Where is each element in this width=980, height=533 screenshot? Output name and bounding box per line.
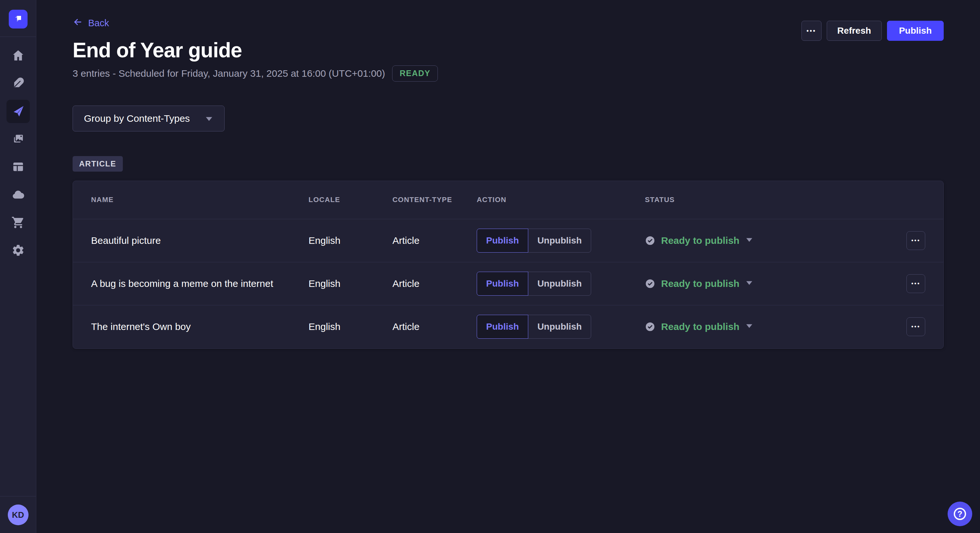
paper-plane-icon [11, 104, 25, 119]
row-more-button[interactable]: ••• [907, 231, 925, 250]
question-mark: ? [957, 509, 962, 519]
entry-status-dropdown[interactable]: Ready to publish [645, 235, 879, 246]
back-label: Back [88, 18, 109, 29]
sidebar-item-marketplace[interactable] [6, 211, 30, 235]
status-label: Ready to publish [661, 278, 740, 289]
chevron-down-icon [745, 324, 753, 330]
refresh-button[interactable]: Refresh [827, 21, 882, 41]
row-unpublish-button[interactable]: Unpublish [528, 315, 591, 339]
table-header-row: NAME LOCALE CONTENT-TYPE ACTION STATUS [73, 181, 943, 219]
column-header-name: NAME [91, 195, 309, 204]
chevron-down-icon [205, 113, 213, 124]
column-header-locale: LOCALE [309, 195, 393, 204]
back-link[interactable]: Back [73, 18, 109, 28]
row-more-button[interactable]: ••• [907, 317, 925, 336]
sidebar: KD [0, 0, 36, 533]
entry-status-dropdown[interactable]: Ready to publish [645, 278, 879, 289]
cart-icon [11, 216, 25, 230]
entry-name: A bug is becoming a meme on the internet [91, 278, 309, 289]
page-title: End of Year guide [73, 38, 944, 62]
sidebar-item-deploy[interactable] [6, 183, 30, 206]
sidebar-item-releases[interactable] [6, 100, 30, 123]
column-header-action: ACTION [477, 195, 645, 204]
action-segmented-control: Publish Unpublish [477, 315, 645, 339]
table-row[interactable]: The internet's Own boy English Article P… [73, 305, 943, 348]
entry-content-type: Article [393, 278, 477, 289]
chevron-down-icon [745, 237, 753, 244]
user-avatar[interactable]: KD [8, 504, 29, 525]
row-publish-button[interactable]: Publish [477, 315, 528, 339]
entry-name: The internet's Own boy [91, 321, 309, 332]
group-by-select[interactable]: Group by Content-Types [73, 106, 224, 132]
entry-content-type: Article [393, 321, 477, 332]
sidebar-item-content-manager[interactable] [6, 72, 30, 95]
publish-release-button[interactable]: Publish [887, 21, 944, 41]
ellipsis-icon: ••• [911, 324, 920, 330]
main-content: Back End of Year guide 3 entries - Sched… [36, 0, 980, 349]
content-type-group-tag: ARTICLE [73, 156, 123, 171]
strapi-logo-icon [13, 14, 23, 25]
entry-content-type: Article [393, 235, 477, 246]
entries-table: NAME LOCALE CONTENT-TYPE ACTION STATUS B… [73, 181, 944, 349]
status-label: Ready to publish [661, 321, 740, 332]
header-actions: ••• Refresh Publish [802, 21, 944, 41]
entry-status-dropdown[interactable]: Ready to publish [645, 321, 879, 332]
avatar-initials: KD [12, 510, 24, 520]
status-badge: READY [392, 65, 438, 82]
arrow-left-icon [73, 17, 83, 30]
row-publish-button[interactable]: Publish [477, 228, 528, 252]
sidebar-item-content-type-builder[interactable] [6, 155, 30, 179]
sidebar-item-media-library[interactable] [6, 128, 30, 151]
entry-locale: English [309, 235, 393, 246]
sidebar-item-settings[interactable] [6, 239, 30, 262]
help-button[interactable]: ? [948, 501, 972, 526]
check-circle-icon [645, 235, 655, 246]
entry-locale: English [309, 278, 393, 289]
layout-icon [11, 160, 25, 174]
check-circle-icon [645, 279, 655, 289]
table-row[interactable]: Beautiful picture English Article Publis… [73, 219, 943, 262]
row-unpublish-button[interactable]: Unpublish [528, 272, 591, 296]
sidebar-nav [6, 44, 30, 262]
subtitle-row: 3 entries - Scheduled for Friday, Januar… [73, 65, 944, 82]
status-label: Ready to publish [661, 235, 740, 246]
ellipsis-icon: ••• [807, 27, 816, 34]
ellipsis-icon: ••• [911, 238, 920, 244]
entry-name: Beautiful picture [91, 235, 309, 246]
check-circle-icon [645, 322, 655, 332]
action-segmented-control: Publish Unpublish [477, 228, 645, 252]
table-row[interactable]: A bug is becoming a meme on the internet… [73, 262, 943, 305]
more-actions-button[interactable]: ••• [802, 21, 821, 41]
sidebar-bottom-divider [0, 496, 36, 497]
ellipsis-icon: ••• [911, 281, 920, 287]
chevron-down-icon [745, 281, 753, 287]
cloud-icon [11, 188, 25, 202]
app-logo-button[interactable] [9, 10, 27, 29]
images-icon [11, 132, 25, 147]
release-subtitle: 3 entries - Scheduled for Friday, Januar… [73, 68, 385, 79]
row-publish-button[interactable]: Publish [477, 272, 528, 296]
feather-icon [11, 76, 25, 91]
entry-locale: English [309, 321, 393, 332]
sidebar-item-home[interactable] [6, 44, 30, 67]
gear-icon [11, 244, 25, 258]
row-unpublish-button[interactable]: Unpublish [528, 228, 591, 252]
question-circle-icon: ? [954, 508, 966, 520]
column-header-content-type: CONTENT-TYPE [393, 195, 477, 204]
home-icon [11, 49, 25, 63]
column-header-status: STATUS [645, 195, 879, 204]
action-segmented-control: Publish Unpublish [477, 272, 645, 296]
group-by-value: Group by Content-Types [84, 113, 190, 124]
sidebar-divider [0, 36, 36, 37]
row-more-button[interactable]: ••• [907, 274, 925, 293]
